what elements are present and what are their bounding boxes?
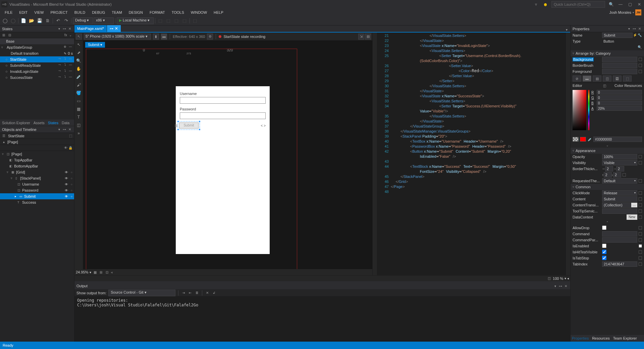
design-canvas[interactable]: Username Password Submit ⛓ < > [176,86,270,254]
dropdown-icon[interactable]: ▾ [57,27,61,31]
dropdown-icon[interactable]: ▾ [553,284,557,288]
expand-icon[interactable]: ⇲ [358,34,364,40]
hittest-checkbox[interactable] [602,250,606,254]
state-item[interactable]: ○SuccessState⤳⤵― [0,74,74,81]
prop-marker[interactable] [623,173,626,177]
prop-marker[interactable] [639,250,642,254]
close-tab-icon[interactable]: ✕ [115,26,118,31]
foreground-swatch[interactable] [602,69,637,74]
solid-icon[interactable]: ▬ [583,76,591,82]
tree-botappbar[interactable]: ◧BottomAppBar [0,163,74,169]
tab-states[interactable]: States [48,121,58,125]
tab-properties[interactable]: Properties [572,336,589,340]
state-menu-icon[interactable]: ⌄ [68,33,73,38]
commandparam-input[interactable] [602,237,637,243]
forward-button[interactable]: ◯ [9,17,17,24]
state-group[interactable]: ▿AppStateGroup⊕― [0,44,74,50]
pin-icon[interactable]: ⊶ [558,284,563,288]
tile-icon[interactable]: ◫ [603,76,611,82]
breadcrumb-element[interactable]: Submit ▾ [85,42,105,48]
color-field[interactable] [573,90,586,130]
menu-project[interactable]: PROJECT [47,10,71,15]
props-icon[interactable]: 🔧 [637,33,642,38]
tab-solexp[interactable]: Solution Explorer [2,121,30,125]
visibility-dropdown[interactable]: Visible▾ [602,160,637,165]
tab-pin[interactable]: ⊶✕ [107,25,121,32]
minimize-button[interactable]: ― [617,1,624,8]
prop-foreground[interactable]: Foreground [573,69,602,73]
splitter[interactable] [373,33,377,275]
code-editor[interactable]: </VisualState.Setters> </VisualState> <V… [391,33,566,275]
tool-icon[interactable]: ⬚ [191,17,199,24]
menu-file[interactable]: FILE [1,10,16,15]
close-icon[interactable]: ✕ [637,27,642,31]
timeline-panel-header[interactable]: Objects and Timeline ▾⊶✕ [0,126,74,133]
transitions-input[interactable]: (Collection) [602,202,631,208]
state-item[interactable]: ○StartState⤳⤵― [0,56,74,62]
remove-icon[interactable]: ― [68,45,73,50]
add-state-icon[interactable]: ⊞ [1,33,6,38]
code-icon[interactable]: ▤ [365,34,371,40]
maximize-button[interactable]: ▢ [627,1,633,8]
control-tool-icon[interactable]: ◫ [75,122,82,129]
output-icon[interactable]: ⇤ [188,291,193,295]
assets-icon[interactable]: » [75,130,82,137]
tool-icon[interactable]: ⬚ [173,17,180,24]
text-tool-icon[interactable]: T [75,114,82,120]
prop-marker[interactable] [639,179,642,183]
state-item[interactable]: ○SubmitReadyState⤳⤵― [0,62,74,68]
undo-button[interactable]: ↶ [54,17,62,24]
grid-icon[interactable]: ▦ [93,270,97,275]
search-icon[interactable]: 🔍 [637,45,642,50]
run-button[interactable]: ▶ Local Machine ▾ [117,17,154,24]
prop-marker[interactable] [639,215,642,219]
tab-teamexplorer[interactable]: Team Explorer [613,336,637,340]
content-input[interactable]: Submit [602,196,637,202]
allowdrop-checkbox[interactable] [602,226,606,230]
expand-icon[interactable]: ⌃ [571,220,644,225]
prop-marker[interactable] [639,226,642,230]
open-button[interactable]: 📂 [28,17,35,24]
submit-button[interactable]: Submit [179,122,199,129]
state-base[interactable]: Base [0,38,74,44]
tree-username[interactable]: ◫Username👁○ [0,181,74,187]
eye-icon[interactable]: 👁 [65,170,69,174]
border-l-input[interactable]: 2 [605,166,613,171]
tabindex-input[interactable]: 2147483647 [602,261,637,267]
close-icon[interactable]: ✕ [564,284,568,288]
config-dropdown[interactable]: Debug ▾ [73,17,93,24]
tool-icon[interactable]: ⬚ [157,17,164,24]
platform-dropdown[interactable]: x86 ▾ [94,17,114,24]
new-button[interactable]: New [627,214,637,220]
opacity-input[interactable]: 100% [602,154,637,159]
fx-icon[interactable]: fx [63,33,68,38]
prop-marker[interactable] [639,58,642,61]
prop-marker[interactable] [639,64,642,67]
code-zoom[interactable]: 100 % [553,277,563,281]
tab-assets[interactable]: Assets [34,121,45,125]
notification-icon[interactable]: ▿ [533,1,539,8]
pin-icon[interactable]: ⊶ [62,127,67,132]
tooltip-input[interactable] [602,208,637,214]
arrange-by[interactable]: Arrange by: Category [571,50,644,56]
redo-button[interactable]: ↷ [62,17,70,24]
tab-resources[interactable]: Resources [592,336,610,340]
save-all-button[interactable]: 🗎 [44,17,51,24]
save-button[interactable]: 💾 [36,17,43,24]
close-button[interactable]: ✕ [636,1,643,8]
layout-icon[interactable]: ▦ [75,106,82,112]
theme-dropdown[interactable]: Default▾ [602,178,637,184]
tool-icon[interactable]: ⬚ [165,17,172,24]
hue-slider[interactable] [588,90,589,130]
a-input[interactable] [597,106,642,111]
tree-topappbar[interactable]: ◧TopAppBar [0,157,74,163]
magnify-icon[interactable]: 🔍 [75,57,82,64]
prop-marker[interactable] [639,155,642,158]
tool-icon[interactable]: ⬚ [181,17,188,24]
chevron-down-icon[interactable]: ▾ [633,11,634,14]
user-name[interactable]: Josh Morales [609,10,631,14]
dropdown-icon[interactable]: ▾ [564,27,569,32]
ellipsis-button[interactable]: … [631,203,637,207]
select-tool-icon[interactable]: ↖ [75,41,82,48]
b-input[interactable] [597,101,642,105]
